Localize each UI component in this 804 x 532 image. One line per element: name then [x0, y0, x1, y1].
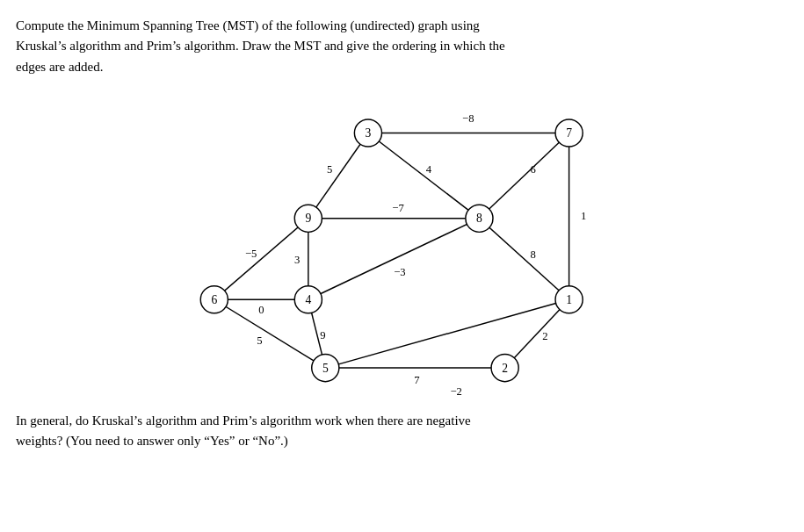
edge-label-9-6: −5 — [244, 247, 256, 259]
node-9-label: 9 — [305, 212, 311, 225]
node-2-label: 2 — [502, 361, 508, 374]
node-1-label: 1 — [566, 292, 572, 306]
problem-line3: edges are added. — [16, 60, 104, 74]
edge-label-8-1: 8 — [530, 248, 535, 260]
edge-4-8 — [308, 219, 479, 299]
problem-line2: Kruskal’s algorithm and Prim’s algorithm… — [16, 39, 505, 53]
problem-statement: Compute the Minimum Spanning Tree (MST) … — [16, 16, 779, 77]
edge-8-1 — [479, 219, 569, 299]
edge-label-7-1: 1 — [580, 210, 585, 222]
edge-label-6-4: 0 — [258, 304, 264, 316]
edge-label-6-5: 5 — [257, 334, 262, 347]
node-8-label: 8 — [476, 212, 482, 225]
edge-label-7-8: 6 — [530, 163, 535, 176]
edge-label-5-1: −2 — [450, 385, 461, 398]
edge-label-3-7: −8 — [462, 112, 474, 125]
edge-5-1 — [325, 299, 569, 368]
edge-3-8 — [367, 133, 478, 218]
node-7-label: 7 — [566, 126, 572, 140]
footer-line2: weights? (You need to answer only “Yes” … — [16, 434, 288, 448]
node-5-label: 5 — [322, 361, 328, 374]
graph-svg: −8 4 5 6 1 −7 3 −5 8 −3 0 9 — [143, 86, 653, 402]
edge-3-9 — [308, 133, 367, 218]
edge-label-9-4: 3 — [294, 253, 300, 265]
edge-label-1-2: 2 — [542, 330, 547, 342]
footer-line1: In general, do Kruskal’s algorithm and P… — [16, 413, 471, 428]
node-6-label: 6 — [211, 292, 217, 306]
node-4-label: 4 — [305, 292, 311, 306]
edge-label-3-8: 4 — [425, 163, 431, 176]
edge-7-8 — [479, 133, 569, 218]
edge-label-3-9: 5 — [327, 163, 332, 176]
graph-diagram: −8 4 5 6 1 −7 3 −5 8 −3 0 9 — [143, 86, 653, 402]
edge-label-4-5: 9 — [320, 329, 325, 341]
edge-label-9-8: −7 — [392, 202, 403, 214]
node-3-label: 3 — [365, 126, 371, 140]
footer-statement: In general, do Kruskal’s algorithm and P… — [16, 411, 779, 452]
edge-label-5-2: 7 — [414, 373, 419, 385]
edge-label-4-8: −3 — [394, 266, 405, 278]
problem-line1: Compute the Minimum Spanning Tree (MST) … — [16, 18, 480, 32]
